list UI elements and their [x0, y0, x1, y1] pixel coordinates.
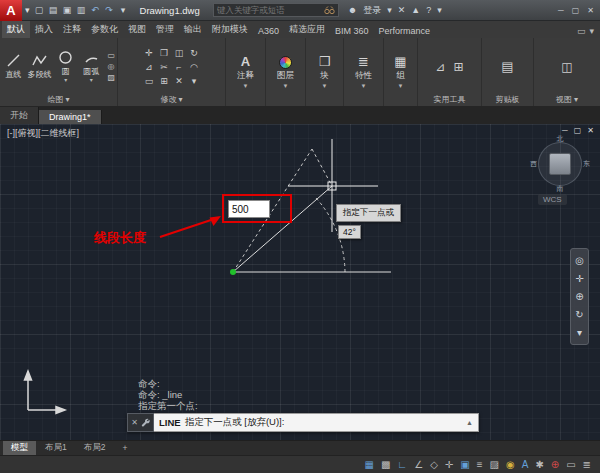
draw-panel-label[interactable]: 绘图 ▾ — [0, 93, 117, 106]
tab-start[interactable]: 开始 — [0, 107, 39, 124]
exchange-apps-icon[interactable]: ✕ — [398, 5, 406, 15]
ellipse-icon[interactable]: ◎ — [107, 62, 115, 71]
properties-panel-button[interactable]: ≣ 特性 ▼ — [344, 38, 383, 106]
snap-icon[interactable]: ▩ — [381, 459, 390, 470]
block-panel-button[interactable]: ❒ 块 ▼ — [306, 38, 343, 106]
tab-layout1[interactable]: 布局1 — [37, 441, 75, 455]
workspace-icon[interactable]: ✱ — [535, 459, 543, 470]
transparency-icon[interactable]: ▨ — [490, 459, 499, 470]
tab-drawing1[interactable]: Drawing1* — [39, 110, 102, 124]
paste-icon[interactable]: ▤ — [501, 59, 513, 74]
signin-chevron-icon[interactable]: ▾ — [387, 5, 392, 15]
qat-dropdown-icon[interactable]: ▾ — [117, 5, 130, 15]
ribbon-tab-view[interactable]: 视图 — [123, 21, 151, 38]
pan-icon[interactable]: ✛ — [575, 273, 583, 284]
ribbon-display-icon[interactable]: ▭ — [577, 26, 586, 36]
command-input[interactable]: LINE 指定下一点或 [放弃(U)]: ▲ — [154, 413, 479, 432]
length-input[interactable] — [229, 201, 269, 217]
add-layout-button[interactable]: + — [114, 442, 135, 454]
steering-wheel-icon[interactable]: ◎ — [575, 255, 584, 266]
modify-more-icon[interactable]: ▾ — [192, 76, 197, 86]
ribbon-tab-annotate[interactable]: 注释 — [58, 21, 86, 38]
help-chevron-icon[interactable]: ▾ — [437, 5, 442, 15]
circle-dropdown-icon[interactable]: ▾ — [64, 78, 67, 83]
maximize-button[interactable]: ▢ — [572, 6, 580, 15]
array-icon[interactable]: ⊞ — [160, 76, 168, 86]
plot-icon[interactable]: ▥ — [75, 5, 88, 15]
tab-model[interactable]: 模型 — [3, 441, 36, 455]
rotate-icon[interactable]: ↻ — [190, 48, 198, 58]
close-button[interactable]: ✕ — [587, 6, 594, 15]
ribbon-tab-a360[interactable]: A360 — [253, 24, 284, 38]
viewcube-top-face[interactable] — [549, 153, 571, 175]
line-button[interactable]: 直线 — [2, 53, 24, 80]
ribbon-tab-output[interactable]: 输出 — [179, 21, 207, 38]
annotation-visibility-icon[interactable]: ◉ — [506, 459, 515, 470]
viewcube-south-label[interactable]: 南 — [557, 184, 564, 194]
circle-button[interactable]: 圆 ▾ — [54, 50, 76, 83]
modify-panel-label[interactable]: 修改 ▾ — [118, 93, 225, 106]
drawing-restore-button[interactable]: ▢ — [574, 126, 582, 135]
annotation-scale-icon[interactable]: A — [522, 459, 529, 470]
ribbon-tab-bim360[interactable]: BIM 360 — [330, 24, 374, 38]
erase-icon[interactable]: ✕ — [175, 76, 183, 86]
search-input[interactable] — [217, 5, 324, 15]
ribbon-tab-addins[interactable]: 附加模块 — [207, 21, 253, 38]
quickcalc-icon[interactable]: ⊞ — [454, 60, 464, 74]
customize-wrench-icon[interactable] — [141, 418, 150, 427]
help-button[interactable]: ? — [426, 5, 431, 15]
customize-icon[interactable]: ≣ — [583, 459, 591, 470]
ribbon-tab-home[interactable]: 默认 — [2, 21, 30, 38]
viewcube-west-label[interactable]: 西 — [530, 159, 537, 169]
mirror-icon[interactable]: ◫ — [175, 48, 184, 58]
search-binoculars-icon[interactable] — [324, 5, 335, 15]
views-icon[interactable]: ◫ — [561, 60, 572, 74]
signin-button[interactable]: 登录 — [363, 4, 381, 17]
ribbon-tab-insert[interactable]: 插入 — [30, 21, 58, 38]
viewcube[interactable]: 北 南 西 东 — [531, 135, 589, 193]
grid-icon[interactable]: ▦ — [364, 459, 373, 470]
polar-tracking-icon[interactable]: ∠ — [414, 459, 423, 470]
hatch-icon[interactable]: ▨ — [107, 73, 115, 82]
drawing-close-button[interactable]: ✕ — [587, 126, 594, 135]
viewcube-north-label[interactable]: 北 — [557, 134, 564, 144]
offset-icon[interactable]: ▭ — [145, 76, 154, 86]
save-icon[interactable]: ▣ — [61, 5, 74, 15]
osnap-tracking-icon[interactable]: ✛ — [445, 459, 453, 470]
ribbon-display-chevron-icon[interactable]: ▾ — [589, 26, 594, 36]
app-menu-chevron-icon[interactable]: ▾ — [25, 5, 30, 15]
groups-panel-button[interactable]: ▦ 组 ▼ — [384, 38, 417, 106]
open-file-icon[interactable]: ▤ — [47, 5, 60, 15]
annotation-panel-button[interactable]: A 注释 ▼ — [226, 38, 265, 106]
navbar-more-icon[interactable]: ▾ — [577, 327, 582, 338]
scale-icon[interactable]: ⊿ — [145, 62, 153, 72]
chamfer-icon[interactable]: ⌐ — [176, 62, 181, 72]
zoom-icon[interactable]: ⊕ — [575, 291, 583, 302]
layers-panel-button[interactable]: 图层 ▼ — [266, 38, 305, 106]
ribbon-tab-performance[interactable]: Performance — [374, 24, 436, 38]
ortho-icon[interactable]: ∟ — [397, 459, 407, 470]
stay-connected-icon[interactable]: ▲ — [411, 5, 420, 15]
move-icon[interactable]: ✛ — [145, 48, 153, 58]
lineweight-icon[interactable]: ≡ — [477, 459, 483, 470]
annotation-monitor-icon[interactable]: ⊕ — [551, 459, 559, 470]
utilities-panel-label[interactable]: 实用工具 — [418, 93, 481, 106]
rectangle-icon[interactable]: ▭ — [107, 51, 115, 60]
arc-dropdown-icon[interactable]: ▾ — [90, 78, 93, 83]
osnap-icon[interactable]: ▣ — [460, 459, 469, 470]
command-close-icon[interactable]: ✕ — [131, 418, 138, 427]
arc-button[interactable]: 圆弧 ▾ — [80, 50, 102, 83]
viewport-corner-controls[interactable]: [-][俯视][二维线框] — [7, 127, 79, 140]
new-file-icon[interactable]: ▢ — [33, 5, 46, 15]
infocenter-search[interactable] — [213, 3, 339, 17]
wcs-dropdown[interactable]: WCS — [538, 194, 567, 205]
tab-layout2[interactable]: 布局2 — [76, 441, 114, 455]
ribbon-tab-featured-apps[interactable]: 精选应用 — [284, 21, 330, 38]
orbit-icon[interactable]: ↻ — [575, 309, 583, 320]
model-space-viewport[interactable]: [-][俯视][二维线框] ─ ▢ ✕ 北 南 西 东 WCS ◎ ✛ ⊕ ↻ … — [0, 124, 600, 440]
clipboard-panel-label[interactable]: 剪贴板 — [482, 93, 533, 106]
recent-commands-icon[interactable]: ▲ — [466, 419, 473, 426]
redo-icon[interactable]: ↷ — [103, 5, 116, 15]
fillet-icon[interactable]: ◠ — [190, 62, 198, 72]
measure-icon[interactable]: ⊿ — [435, 60, 445, 74]
